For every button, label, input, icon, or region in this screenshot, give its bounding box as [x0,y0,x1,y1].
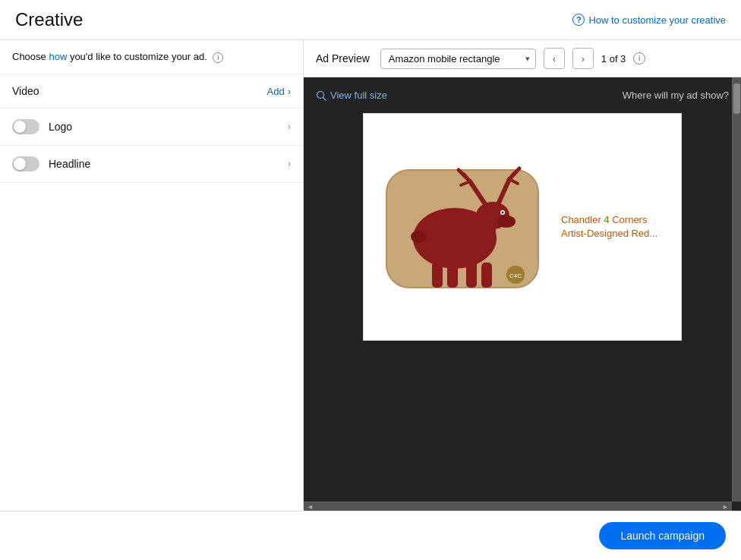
top-bar: Creative ? How to customize your creativ… [0,0,741,40]
preview-toolbar: Ad Preview Amazon mobile rectangle Amazo… [304,40,741,77]
bottom-bar: Launch campaign [0,511,741,560]
headline-toggle-row[interactable]: Headline › [0,146,303,183]
svg-line-1 [323,97,326,100]
ad-card: C4C Chandler 4 Corners Artist-Designed R… [363,113,682,341]
logo-toggle[interactable] [12,119,39,134]
headline-chevron-icon: › [288,159,291,169]
next-page-button[interactable]: › [572,48,594,69]
instruction-info-icon[interactable]: i [213,52,223,63]
product-name: Chandler 4 Corners Artist-Designed Red..… [561,213,669,241]
video-label: Video [12,85,39,97]
preview-label: Ad Preview [316,52,370,64]
svg-point-12 [411,231,426,243]
svg-point-22 [502,212,504,214]
svg-rect-8 [432,261,443,288]
preview-format-select[interactable]: Amazon mobile rectangle Amazon desktop r… [380,49,536,69]
preview-area: View full size Where will my ad show? [304,77,741,511]
help-link[interactable]: ? How to customize your creative [572,14,726,26]
scroll-right-icon: ► [722,503,729,511]
scrollbar-bottom[interactable]: ◄ ► [304,502,732,511]
search-icon [316,90,326,101]
logo-chevron-icon: › [288,121,291,132]
svg-rect-11 [481,263,492,288]
page-title: Creative [15,9,83,30]
where-show-link[interactable]: Where will my ad show? [623,90,729,101]
right-panel: Ad Preview Amazon mobile rectangle Amazo… [304,40,741,511]
left-panel: Choose how you'd like to customize your … [0,40,304,511]
scrollbar-right[interactable] [732,77,741,502]
headline-toggle[interactable] [12,156,39,171]
scroll-left-icon: ◄ [307,503,314,511]
svg-text:C4C: C4C [509,272,522,279]
main-content: Choose how you'd like to customize your … [0,40,741,511]
ad-card-inner: C4C Chandler 4 Corners Artist-Designed R… [364,114,681,340]
help-icon: ? [572,14,585,26]
view-full-size-link[interactable]: View full size [316,90,387,101]
product-image-area: C4C [364,140,561,314]
preview-top-bar: View full size Where will my ad show? [316,90,729,101]
prev-page-button[interactable]: ‹ [544,48,565,69]
page-counter-info-icon[interactable]: i [633,52,645,64]
product-info: Chandler 4 Corners Artist-Designed Red..… [561,206,681,248]
svg-point-6 [497,216,516,228]
svg-rect-9 [447,263,458,288]
logo-toggle-row[interactable]: Logo › [0,109,303,146]
product-image: C4C [379,155,546,299]
svg-rect-7 [476,217,496,240]
video-section: Video Add › [0,74,303,109]
page-counter: 1 of 3 [601,53,626,64]
logo-label: Logo [49,121,279,133]
preview-select-wrapper: Amazon mobile rectangle Amazon desktop r… [380,49,536,69]
launch-campaign-button[interactable]: Launch campaign [599,522,726,549]
add-chevron-icon: › [288,86,291,97]
left-panel-header: Choose how you'd like to customize your … [0,40,303,74]
preview-canvas: View full size Where will my ad show? [304,77,741,511]
svg-rect-10 [466,261,477,288]
video-add-link[interactable]: Add › [267,86,291,97]
headline-label: Headline [49,158,279,170]
